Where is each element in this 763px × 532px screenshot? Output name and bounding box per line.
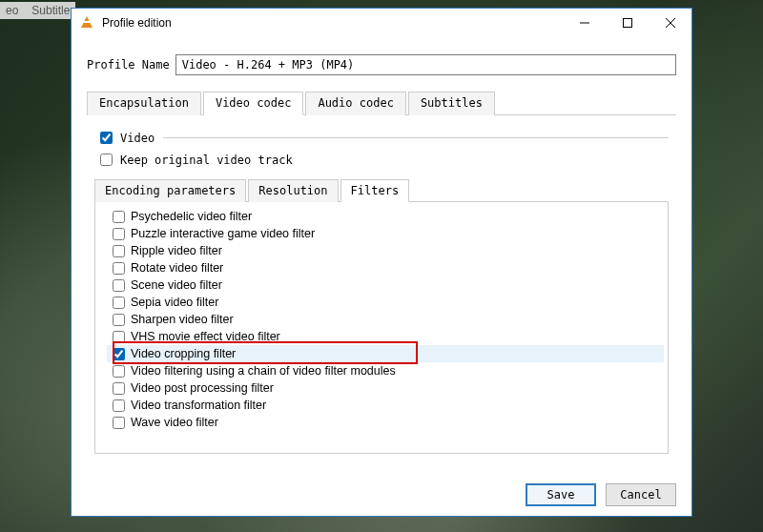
filter-checkbox[interactable] (113, 331, 125, 343)
subtab-encoding-parameters[interactable]: Encoding parameters (94, 179, 246, 202)
tab-video-codec[interactable]: Video codec (203, 92, 303, 115)
filter-label: Video post processing filter (131, 381, 274, 395)
main-tabstrip: EncapsulationVideo codecAudio codecSubti… (87, 91, 676, 115)
tab-encapsulation[interactable]: Encapsulation (87, 92, 201, 115)
tab-subtitles[interactable]: Subtitles (408, 92, 495, 115)
vlc-cone-icon (79, 16, 94, 30)
titlebar: Profile edition (72, 9, 691, 37)
filter-label: Scene video filter (131, 278, 222, 292)
profile-name-input[interactable] (175, 54, 676, 75)
filter-checkbox[interactable] (113, 365, 125, 378)
filter-label: Video cropping filter (131, 347, 236, 360)
video-checkbox-label: Video (120, 132, 155, 145)
dialog-title: Profile edition (102, 16, 563, 30)
filter-item[interactable]: Ripple video filter (107, 242, 664, 259)
filter-checkbox[interactable] (113, 314, 125, 326)
filter-item[interactable]: Video cropping filter (107, 345, 664, 362)
parent-menu-fragment: eo Subtitle (0, 2, 75, 19)
filter-label: Video filtering using a chain of video f… (131, 364, 396, 378)
filter-item[interactable]: Rotate video filter (107, 259, 664, 276)
filter-label: Puzzle interactive game video filter (131, 227, 315, 240)
cancel-button[interactable]: Cancel (606, 483, 676, 506)
close-button[interactable] (649, 10, 691, 36)
filters-panel: Psychedelic video filterPuzzle interacti… (94, 202, 669, 454)
filter-item[interactable]: VHS movie effect video filter (107, 328, 664, 345)
filter-checkbox[interactable] (113, 279, 125, 292)
filter-item[interactable]: Video transformation filter (107, 397, 664, 414)
filter-label: Sepia video filter (131, 296, 218, 309)
menu-fragment: Subtitle (31, 4, 70, 17)
filter-checkbox[interactable] (113, 228, 125, 240)
profile-name-label: Profile Name (87, 58, 170, 72)
filter-item[interactable]: Sepia video filter (107, 294, 664, 311)
minimize-button[interactable] (563, 10, 606, 36)
filter-label: VHS movie effect video filter (131, 330, 280, 343)
filter-item[interactable]: Psychedelic video filter (107, 208, 664, 225)
profile-edition-dialog: Profile edition Profile Name Encapsulati… (71, 8, 692, 517)
filter-checkbox[interactable] (113, 245, 125, 257)
subtab-resolution[interactable]: Resolution (248, 179, 338, 202)
filter-item[interactable]: Video post processing filter (107, 379, 664, 397)
svg-rect-1 (623, 19, 631, 28)
filter-label: Psychedelic video filter (131, 210, 252, 223)
filter-label: Rotate video filter (131, 261, 223, 275)
filter-checkbox[interactable] (113, 262, 125, 275)
filter-checkbox[interactable] (113, 382, 125, 395)
tab-audio-codec[interactable]: Audio codec (305, 92, 405, 115)
filter-label: Wave video filter (131, 416, 218, 429)
sub-tabstrip: Encoding parametersResolutionFilters (94, 178, 669, 202)
filter-label: Sharpen video filter (131, 313, 234, 326)
filter-item[interactable]: Video filtering using a chain of video f… (107, 362, 664, 379)
filter-checkbox[interactable] (113, 348, 125, 360)
filter-item[interactable]: Puzzle interactive game video filter (107, 225, 664, 242)
video-checkbox[interactable] (100, 132, 113, 144)
filter-item[interactable]: Sharpen video filter (107, 311, 664, 328)
subtab-filters[interactable]: Filters (340, 179, 410, 202)
filter-label: Video transformation filter (131, 399, 266, 412)
filter-item[interactable]: Scene video filter (107, 276, 664, 294)
save-button[interactable]: Save (526, 483, 596, 506)
filter-checkbox[interactable] (113, 417, 125, 429)
keep-original-checkbox[interactable] (100, 153, 113, 166)
divider (163, 137, 669, 138)
filter-label: Ripple video filter (131, 244, 222, 257)
keep-original-label: Keep original video track (120, 153, 293, 167)
filter-checkbox[interactable] (113, 211, 125, 223)
filter-checkbox[interactable] (113, 399, 125, 412)
maximize-button[interactable] (606, 10, 649, 36)
menu-fragment: eo (6, 4, 18, 17)
filters-list[interactable]: Psychedelic video filterPuzzle interacti… (95, 202, 668, 453)
filter-item[interactable]: Wave video filter (107, 414, 664, 431)
filter-checkbox[interactable] (113, 297, 125, 309)
